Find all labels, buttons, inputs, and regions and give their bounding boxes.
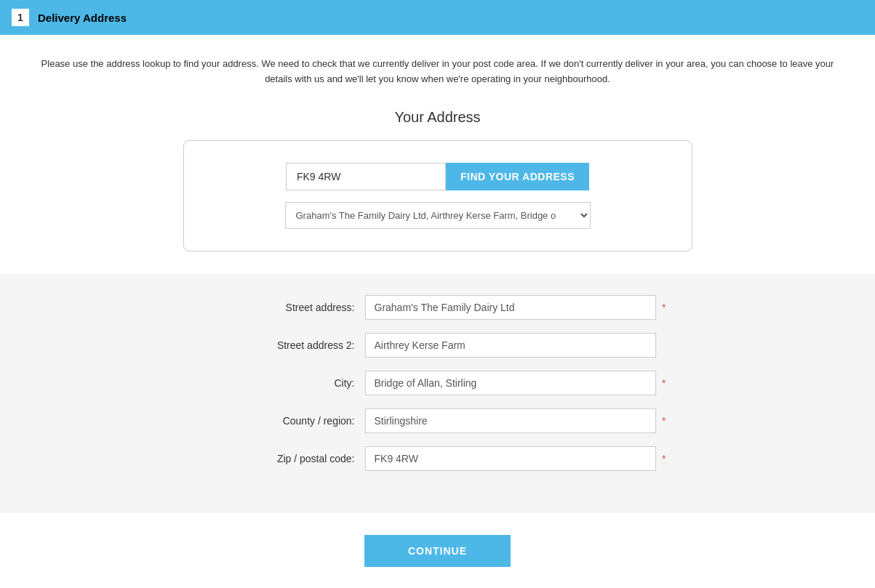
continue-button[interactable]: CONTINUE	[364, 535, 511, 567]
label-city: City:	[220, 371, 365, 389]
required-star-county-region: *	[662, 415, 666, 427]
address-form-section: Street address: * Street address 2: City…	[0, 273, 875, 513]
input-wrap-city: *	[365, 371, 656, 395]
input-wrap-street-address: *	[365, 295, 656, 320]
input-city[interactable]	[365, 371, 656, 395]
input-county-region[interactable]	[365, 408, 656, 433]
label-county-region: County / region:	[220, 408, 365, 427]
postcode-input[interactable]	[286, 163, 446, 190]
info-section: Please use the address lookup to find yo…	[0, 35, 875, 102]
find-address-button[interactable]: FIND YOUR ADDRESS	[446, 163, 589, 190]
address-select-wrap: Graham's The Family Dairy Ltd, Airthrey …	[199, 202, 677, 229]
your-address-section: Your Address FIND YOUR ADDRESS Graham's …	[0, 102, 875, 273]
required-star-street-address: *	[662, 302, 666, 313]
required-star-city: *	[662, 377, 666, 389]
step-header: 1 Delivery Address	[0, 0, 875, 35]
form-row-street-address-2: Street address 2:	[29, 333, 846, 358]
lookup-row: FIND YOUR ADDRESS	[199, 163, 677, 190]
your-address-title: Your Address	[29, 109, 846, 126]
input-wrap-street-address-2	[365, 333, 656, 358]
required-star-zip-postal-code: *	[662, 453, 666, 464]
step-number: 1	[12, 9, 29, 26]
input-wrap-zip-postal-code: *	[365, 446, 656, 471]
input-street-address-2[interactable]	[365, 333, 656, 358]
form-row-street-address: Street address: *	[29, 295, 846, 320]
input-street-address[interactable]	[365, 295, 656, 320]
form-row-county-region: County / region: *	[29, 408, 846, 433]
form-row-city: City: *	[29, 371, 846, 395]
address-lookup-box: FIND YOUR ADDRESS Graham's The Family Da…	[183, 140, 692, 251]
continue-section: CONTINUE	[0, 513, 875, 588]
label-street-address-2: Street address 2:	[220, 333, 365, 351]
label-street-address: Street address:	[220, 295, 365, 313]
address-select[interactable]: Graham's The Family Dairy Ltd, Airthrey …	[285, 202, 591, 229]
input-zip-postal-code[interactable]	[365, 446, 656, 471]
input-wrap-county-region: *	[365, 408, 656, 433]
label-zip-postal-code: Zip / postal code:	[220, 446, 365, 464]
info-text: Please use the address lookup to find yo…	[29, 57, 846, 87]
form-row-zip-postal-code: Zip / postal code: *	[29, 446, 846, 471]
step-title: Delivery Address	[38, 12, 127, 24]
